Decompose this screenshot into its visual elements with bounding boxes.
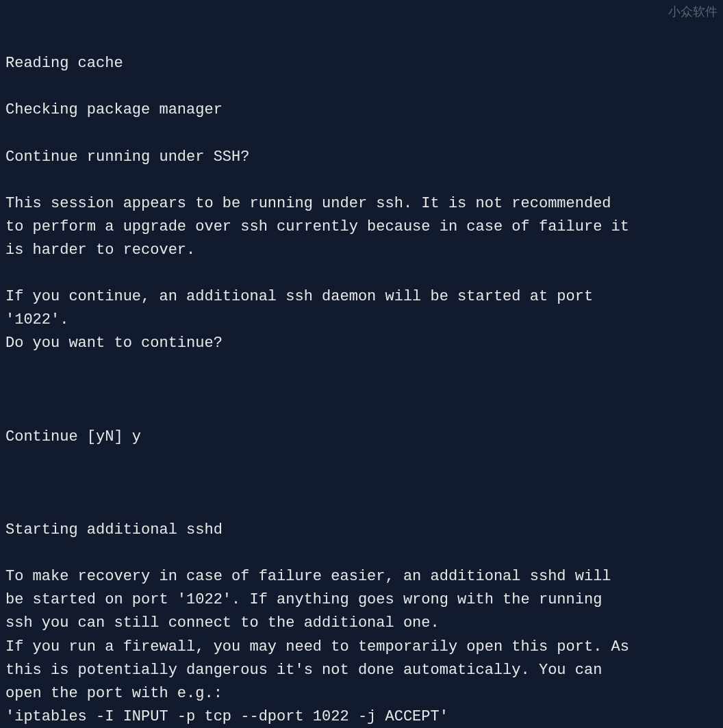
- terminal-blank-line: [5, 122, 718, 145]
- terminal-line: This session appears to be running under…: [5, 192, 718, 216]
- terminal-blank-line: [5, 169, 718, 192]
- terminal-line: this is potentially dangerous it's not d…: [5, 659, 718, 682]
- terminal-line: 'iptables -I INPUT -p tcp --dport 1022 -…: [5, 705, 718, 728]
- terminal-line: Continue running under SSH?: [5, 146, 718, 169]
- terminal-line: If you run a firewall, you may need to t…: [5, 636, 718, 659]
- terminal-line: to perform a upgrade over ssh currently …: [5, 216, 718, 239]
- prompt-text: Continue [yN]: [5, 428, 132, 445]
- terminal-blank-line: [5, 355, 718, 378]
- terminal-line: '1022'.: [5, 309, 718, 332]
- terminal-line: Starting additional sshd: [5, 519, 718, 542]
- terminal-line: Reading cache: [5, 52, 718, 75]
- terminal-line: To make recovery in case of failure easi…: [5, 565, 718, 588]
- terminal-blank-line: [5, 262, 718, 285]
- prompt-line[interactable]: Continue [yN] y: [5, 426, 718, 449]
- terminal-blank-line: [5, 75, 718, 99]
- terminal-line: open the port with e.g.:: [5, 682, 718, 705]
- terminal-output[interactable]: Reading cacheChecking package managerCon…: [5, 5, 718, 728]
- terminal-line: is harder to recover.: [5, 239, 718, 262]
- terminal-line: If you continue, an additional ssh daemo…: [5, 285, 718, 309]
- user-input: y: [132, 428, 141, 445]
- terminal-blank-line: [5, 542, 718, 565]
- terminal-blank-line: [5, 495, 718, 519]
- terminal-line: ssh you can still connect to the additio…: [5, 612, 718, 635]
- terminal-line: be started on port '1022'. If anything g…: [5, 588, 718, 612]
- watermark-text: 小众软件: [668, 3, 718, 22]
- terminal-line: Checking package manager: [5, 99, 718, 122]
- terminal-line: Do you want to continue?: [5, 332, 718, 355]
